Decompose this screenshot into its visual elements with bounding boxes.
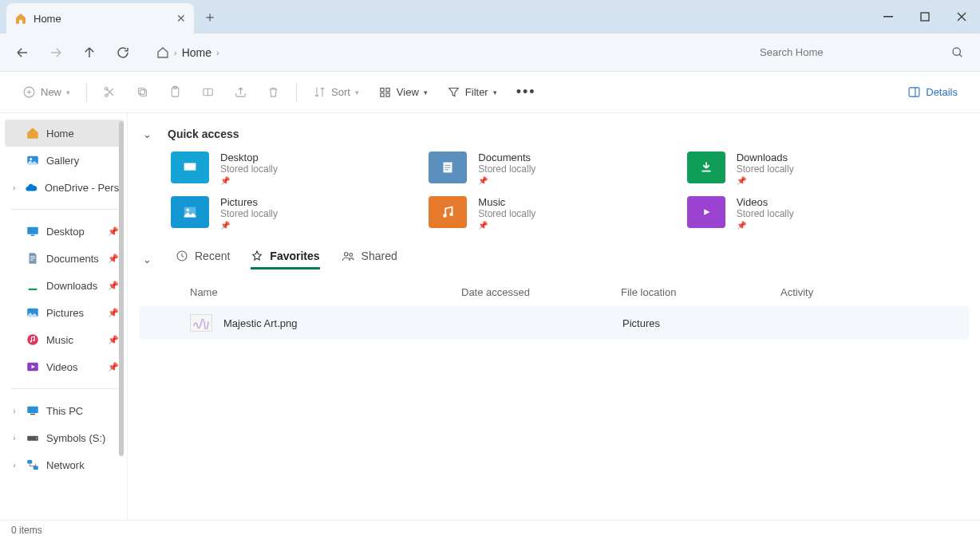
- folder-icon: [687, 196, 725, 228]
- people-icon: [341, 249, 355, 263]
- view-icon: [378, 85, 392, 99]
- quick-access-item[interactable]: Pictures Stored locally 📌: [171, 196, 413, 230]
- chevron-right-icon[interactable]: ›: [10, 461, 19, 470]
- sidebar-item-desktop[interactable]: Desktop📌: [5, 218, 124, 245]
- tab-favorites[interactable]: Favorites: [251, 250, 319, 270]
- close-tab-icon[interactable]: ✕: [176, 12, 186, 25]
- svg-rect-11: [381, 89, 384, 92]
- chevron-right-icon[interactable]: ›: [10, 183, 18, 192]
- col-date[interactable]: Date accessed: [461, 286, 621, 298]
- view-button[interactable]: View ▾: [370, 78, 436, 107]
- clock-icon: [176, 250, 188, 262]
- refresh-button[interactable]: [107, 37, 139, 69]
- svg-rect-1: [921, 13, 929, 21]
- pin-icon: 📌: [737, 176, 794, 185]
- svg-point-2: [953, 48, 960, 55]
- pin-icon: 📌: [220, 221, 278, 230]
- qa-name: Documents: [478, 151, 535, 163]
- sort-icon: [313, 85, 326, 99]
- sort-button[interactable]: Sort ▾: [305, 78, 367, 107]
- breadcrumb-segment[interactable]: Home: [182, 46, 211, 59]
- qa-subtitle: Stored locally: [737, 163, 794, 175]
- close-window-button[interactable]: [943, 0, 980, 33]
- svg-point-17: [30, 158, 32, 160]
- svg-point-23: [33, 340, 34, 341]
- sidebar-item-music[interactable]: Music📌: [5, 326, 124, 353]
- col-location[interactable]: File location: [621, 286, 780, 298]
- cut-icon: [103, 85, 117, 99]
- qa-name: Videos: [737, 196, 794, 208]
- column-headers[interactable]: Name Date accessed File location Activit…: [139, 281, 969, 306]
- pin-icon: 📌: [108, 308, 119, 318]
- sidebar-item-gallery[interactable]: Gallery: [5, 147, 124, 174]
- back-button[interactable]: [6, 37, 38, 69]
- pin-icon: 📌: [478, 221, 535, 230]
- tab-shared[interactable]: Shared: [341, 249, 397, 270]
- delete-button[interactable]: [259, 78, 288, 107]
- chevron-down-icon[interactable]: ⌄: [139, 128, 155, 140]
- col-name[interactable]: Name: [190, 286, 461, 298]
- chevron-down-icon[interactable]: ⌄: [139, 254, 155, 266]
- forward-button[interactable]: [40, 37, 72, 69]
- chevron-right-icon[interactable]: ›: [10, 407, 19, 415]
- quick-access-item[interactable]: Documents Stored locally 📌: [429, 151, 670, 185]
- search-placeholder: Search Home: [760, 46, 951, 58]
- chevron-down-icon: ▾: [424, 89, 428, 96]
- up-button[interactable]: [73, 37, 105, 69]
- quick-access-header[interactable]: ⌄ Quick access: [139, 128, 969, 140]
- window-controls: [870, 0, 980, 33]
- tab-title: Home: [34, 13, 61, 25]
- minimize-button[interactable]: [870, 0, 907, 33]
- sidebar-item-pictures[interactable]: Pictures📌: [5, 299, 124, 326]
- sidebar-item-thispc[interactable]: ›This PC: [5, 397, 124, 424]
- paste-button[interactable]: [160, 78, 190, 107]
- details-pane-button[interactable]: Details: [899, 78, 966, 107]
- quick-access-item[interactable]: Music Stored locally 📌: [429, 196, 670, 230]
- svg-rect-14: [386, 93, 389, 96]
- cut-button[interactable]: [95, 78, 124, 107]
- svg-rect-19: [31, 235, 35, 237]
- home-icon: [26, 126, 40, 140]
- file-thumbnail: [190, 314, 212, 332]
- quick-access-item[interactable]: Downloads Stored locally 📌: [687, 151, 929, 185]
- pin-icon: 📌: [108, 362, 119, 372]
- sidebar-item-videos[interactable]: Videos📌: [5, 353, 124, 380]
- qa-name: Music: [478, 196, 535, 208]
- svg-rect-13: [381, 93, 384, 96]
- quick-access-item[interactable]: Desktop Stored locally 📌: [171, 151, 413, 185]
- gallery-icon: [26, 153, 40, 167]
- chevron-right-icon: ›: [174, 48, 177, 57]
- copy-button[interactable]: [128, 78, 157, 107]
- sidebar-item-downloads[interactable]: Downloads📌: [5, 272, 124, 299]
- sidebar-item-symbols[interactable]: ›Symbols (S:): [5, 424, 124, 451]
- filter-button[interactable]: Filter ▾: [439, 78, 505, 107]
- scrollbar[interactable]: [119, 121, 124, 456]
- divider: [86, 83, 87, 102]
- breadcrumb[interactable]: › Home ›: [150, 46, 226, 59]
- quick-access-item[interactable]: Videos Stored locally 📌: [687, 196, 929, 230]
- svg-point-34: [186, 208, 189, 211]
- tab-recent[interactable]: Recent: [176, 250, 230, 270]
- file-row[interactable]: Majestic Art.png Pictures: [139, 306, 969, 340]
- maximize-button[interactable]: [907, 0, 943, 33]
- sidebar-item-onedrive[interactable]: › OneDrive - Persc: [5, 174, 124, 201]
- share-button[interactable]: [226, 78, 255, 107]
- rename-button[interactable]: [193, 78, 223, 107]
- share-icon: [234, 85, 247, 99]
- file-location: Pictures: [622, 317, 782, 329]
- search-input[interactable]: Search Home: [750, 39, 974, 66]
- desktop-icon: [26, 224, 40, 238]
- chevron-right-icon[interactable]: ›: [10, 434, 19, 443]
- new-button[interactable]: New ▾: [14, 78, 78, 107]
- sidebar-item-home[interactable]: Home: [5, 120, 124, 147]
- content-area: ⌄ Quick access Desktop Stored locally 📌 …: [128, 113, 980, 520]
- new-tab-button[interactable]: ＋: [194, 0, 226, 33]
- sidebar-item-network[interactable]: ›Network: [5, 451, 124, 478]
- sidebar-item-documents[interactable]: Documents📌: [5, 245, 124, 272]
- col-activity[interactable]: Activity: [780, 286, 969, 298]
- chevron-down-icon: ▾: [493, 89, 497, 96]
- videos-icon: [26, 360, 40, 374]
- more-button[interactable]: •••: [508, 78, 544, 107]
- folder-icon: [429, 151, 467, 183]
- tab-home[interactable]: Home ✕: [6, 3, 194, 33]
